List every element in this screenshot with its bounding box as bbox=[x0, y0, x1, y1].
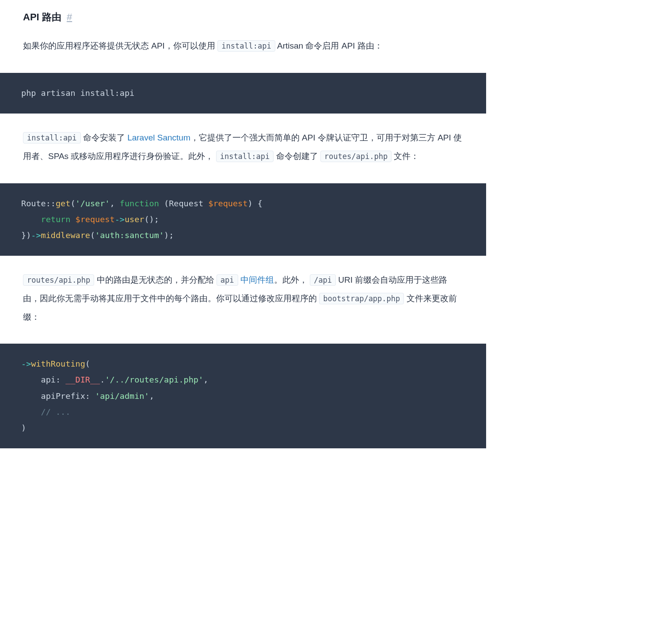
code-bootstrap-app: bootstrap/app.php bbox=[319, 293, 404, 304]
heading-text: API 路由 bbox=[23, 11, 61, 23]
code-install-api-2: install:api bbox=[23, 132, 81, 144]
code-install-api-3: install:api bbox=[216, 151, 274, 162]
heading-anchor[interactable]: # bbox=[67, 11, 72, 23]
paragraph-2: install:api 命令安装了 Laravel Sanctum，它提供了一个… bbox=[23, 129, 463, 166]
codeblock-2: Route::get('/user', function (Request $r… bbox=[0, 183, 486, 256]
codeblock-1: php artisan install:api bbox=[0, 73, 486, 114]
code-install-api: install:api bbox=[217, 40, 275, 52]
code-api-prefix: /api bbox=[310, 274, 336, 286]
link-middleware-group[interactable]: 中间件组 bbox=[240, 275, 274, 284]
paragraph-3: routes/api.php 中的路由是无状态的，并分配给 api 中间件组。此… bbox=[23, 271, 463, 326]
code-routes-api: routes/api.php bbox=[320, 151, 392, 162]
link-laravel-sanctum[interactable]: Laravel Sanctum bbox=[127, 133, 190, 142]
codeblock-3: ->withRouting( api: __DIR__.'/../routes/… bbox=[0, 344, 486, 448]
section-heading: API 路由 # bbox=[23, 9, 463, 25]
code-routes-api-2: routes/api.php bbox=[23, 274, 94, 286]
paragraph-1: 如果你的应用程序还将提供无状态 API，你可以使用 install:api Ar… bbox=[23, 37, 463, 55]
code-api: api bbox=[217, 274, 238, 286]
